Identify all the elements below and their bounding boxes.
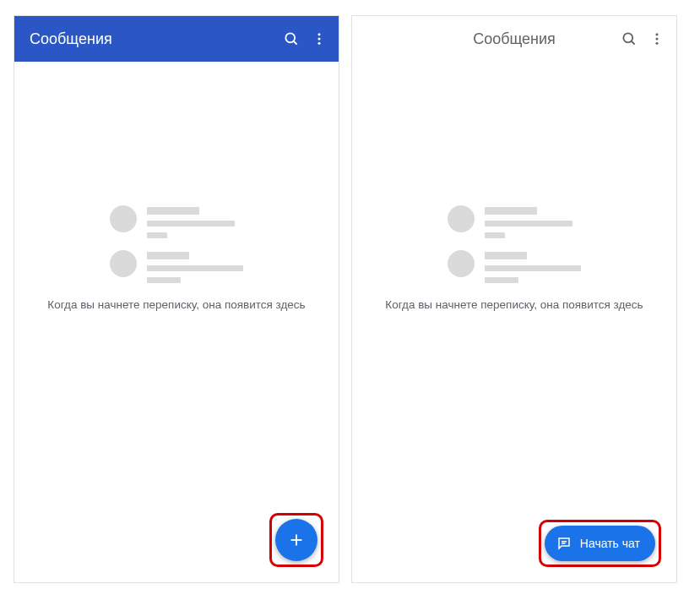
fab-highlight [269,513,323,567]
phone-left: Сообщения [14,15,339,583]
svg-point-2 [318,33,321,35]
more-icon[interactable] [649,30,665,47]
svg-point-4 [318,42,321,45]
placeholder-graphic [448,205,581,283]
search-icon[interactable] [621,30,638,47]
chat-icon [556,536,572,551]
svg-point-7 [623,33,632,42]
empty-state: Когда вы начнете переписку, она появится… [14,62,339,582]
svg-point-3 [318,38,321,41]
app-title: Сообщения [473,30,556,48]
empty-state-text: Когда вы начнете переписку, она появится… [47,298,305,311]
empty-state-text: Когда вы начнете переписку, она появится… [385,298,643,311]
svg-point-0 [285,33,295,42]
svg-point-9 [656,33,659,35]
appbar: Сообщения [352,16,676,62]
placeholder-graphic [110,205,243,283]
svg-line-1 [294,41,297,45]
svg-point-11 [656,42,659,45]
app-title: Сообщения [30,30,271,48]
svg-line-8 [632,41,635,45]
empty-state: Когда вы начнете переписку, она появится… [352,62,676,582]
fab-highlight: Начать чат [539,520,661,567]
start-chat-fab[interactable]: Начать чат [545,526,655,561]
new-conversation-fab[interactable] [275,519,317,561]
appbar: Сообщения [14,16,339,62]
phone-right: Сообщения [351,15,677,583]
search-icon[interactable] [283,30,300,47]
fab-label: Начать чат [580,537,640,550]
svg-point-10 [656,38,659,41]
more-icon[interactable] [312,30,327,47]
